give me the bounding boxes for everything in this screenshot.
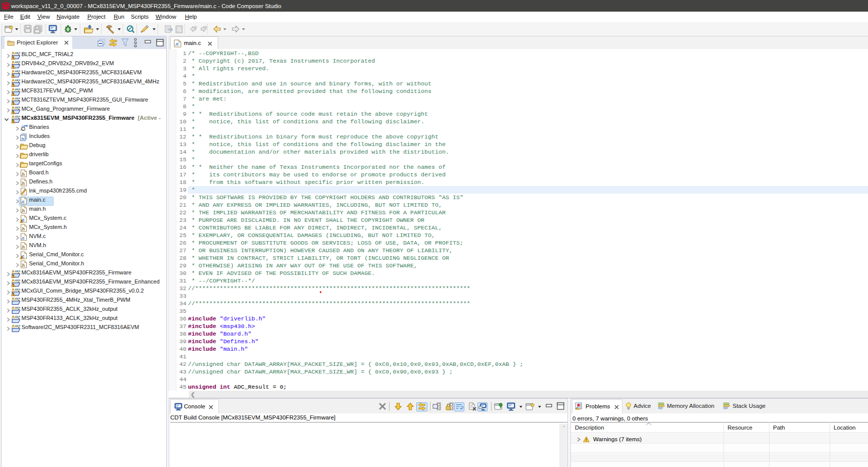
svg-text:ccs: ccs [15,278,21,282]
svg-text:ccs: ccs [15,324,21,327]
svg-text:.c: .c [21,236,25,241]
svg-text:ccs: ccs [15,315,21,318]
svg-text:ccs: ccs [15,288,21,291]
svg-text:ccs: ccs [15,306,21,309]
svg-text:ccs: ccs [15,97,21,100]
svg-text:ccs: ccs [15,106,21,109]
svg-text:.h: .h [21,172,25,177]
svg-text:ccs: ccs [15,87,21,90]
svg-text:.c: .c [21,199,25,204]
svg-text:ccs: ccs [15,60,21,63]
svg-text:h: h [22,136,24,141]
svg-text:.h: .h [21,226,25,231]
svg-text:.c: .c [175,41,179,46]
svg-text:ccs: ccs [15,51,21,54]
svg-text:ccs: ccs [15,269,21,272]
svg-text:ccs: ccs [15,78,21,81]
svg-text:ccs: ccs [15,115,21,118]
svg-text:.h: .h [21,181,25,186]
svg-text:.h: .h [21,263,25,268]
svg-text:.h: .h [21,208,25,213]
svg-text:.h: .h [21,245,25,250]
svg-text:ccs: ccs [15,69,21,72]
svg-text:ccs: ccs [15,297,21,300]
